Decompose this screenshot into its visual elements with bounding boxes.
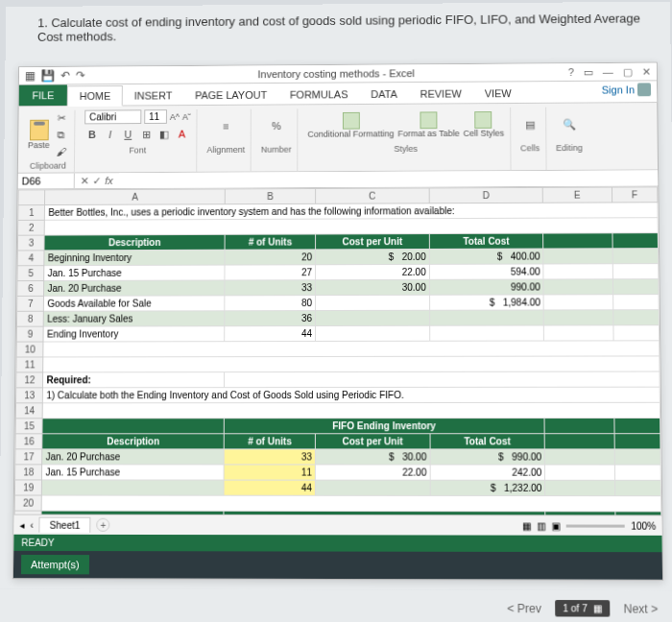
tab-insert[interactable]: INSERT bbox=[123, 86, 183, 106]
spreadsheet-grid[interactable]: ABCDEF 1Better Bottles, Inc., uses a per… bbox=[14, 186, 662, 514]
cell-units[interactable]: 33 bbox=[224, 449, 315, 465]
italic-button[interactable]: I bbox=[103, 127, 118, 142]
increase-font-icon[interactable]: A^ bbox=[170, 112, 180, 122]
cell-desc[interactable]: Jan. 20 Purchase bbox=[42, 449, 224, 465]
cell-total[interactable]: 242.00 bbox=[430, 465, 545, 480]
bold-button[interactable]: B bbox=[84, 127, 100, 142]
ribbon-options-icon[interactable]: ▭ bbox=[584, 66, 593, 79]
tab-file[interactable]: FILE bbox=[19, 84, 67, 106]
fill-color-icon[interactable]: ◧ bbox=[156, 127, 172, 142]
col-F[interactable]: F bbox=[612, 187, 658, 203]
next-button[interactable]: Next > bbox=[623, 602, 658, 615]
font-name-select[interactable]: Calibri bbox=[84, 109, 141, 124]
cell-total[interactable]: $ 1,232.00 bbox=[430, 480, 545, 495]
decrease-font-icon[interactable]: A˘ bbox=[182, 111, 191, 121]
align-icon[interactable]: ≡ bbox=[218, 119, 233, 134]
col-B[interactable]: B bbox=[225, 188, 315, 203]
prev-button[interactable]: < Prev bbox=[507, 601, 541, 614]
fifo-end-hdr[interactable]: FIFO Ending Inventory bbox=[225, 419, 545, 434]
tab-formulas[interactable]: FORMULAS bbox=[278, 84, 359, 104]
paste-button[interactable]: Paste bbox=[28, 120, 50, 150]
cell-desc[interactable]: Jan. 20 Purchase bbox=[44, 280, 225, 296]
underline-button[interactable]: U bbox=[120, 127, 135, 142]
cell-cpu[interactable]: $ 30.00 bbox=[316, 449, 430, 465]
cell-cpu[interactable]: 22.00 bbox=[316, 264, 430, 279]
help-icon[interactable]: ? bbox=[568, 66, 574, 78]
format-painter-icon[interactable]: 🖌 bbox=[53, 144, 68, 159]
new-sheet-button[interactable]: + bbox=[96, 518, 109, 532]
cell-desc[interactable]: Ending Inventory bbox=[43, 326, 225, 342]
hdr-units[interactable]: # of Units bbox=[225, 234, 315, 250]
enter-formula-icon[interactable]: ✓ bbox=[92, 175, 101, 187]
cell-total[interactable] bbox=[429, 310, 543, 325]
fx-icon[interactable]: fx bbox=[105, 175, 113, 186]
cell-units[interactable]: 36 bbox=[225, 311, 316, 326]
format-as-table-button[interactable]: Format as Table bbox=[397, 111, 459, 139]
cell-total[interactable]: $ 990.00 bbox=[430, 449, 545, 465]
col-D[interactable]: D bbox=[429, 187, 543, 203]
required-label[interactable]: Required: bbox=[43, 372, 225, 388]
redo-icon[interactable]: ↷ bbox=[76, 69, 85, 83]
tab-nav-first[interactable]: ◂ bbox=[19, 519, 24, 530]
undo-icon[interactable]: ↶ bbox=[60, 69, 70, 83]
name-box[interactable]: D66 bbox=[18, 173, 75, 188]
cell-cpu[interactable]: $ 20.00 bbox=[316, 249, 429, 264]
cell-cpu[interactable] bbox=[316, 480, 430, 495]
view-pagebreak-icon[interactable]: ▣ bbox=[552, 520, 561, 531]
cancel-formula-icon[interactable]: ✕ bbox=[81, 175, 89, 187]
cell-cpu[interactable]: 22.00 bbox=[316, 465, 430, 480]
cell-desc[interactable]: Jan. 15 Purchase bbox=[42, 465, 224, 480]
conditional-formatting-button[interactable]: Conditional Formatting bbox=[308, 111, 395, 139]
font-color-icon[interactable]: A bbox=[175, 127, 190, 142]
cell-total[interactable]: 990.00 bbox=[429, 279, 543, 295]
cell-cpu[interactable]: 30.00 bbox=[316, 279, 430, 295]
zoom-level[interactable]: 100% bbox=[631, 520, 656, 531]
cell-units[interactable]: 20 bbox=[225, 250, 315, 265]
tab-review[interactable]: REVIEW bbox=[409, 84, 473, 104]
close-icon[interactable]: ✕ bbox=[642, 65, 651, 78]
h2-units[interactable]: # of Units bbox=[224, 434, 315, 449]
cell-units[interactable]: 80 bbox=[225, 296, 316, 311]
cell-units[interactable]: 27 bbox=[225, 265, 316, 280]
zoom-slider[interactable] bbox=[566, 524, 625, 527]
cell-total[interactable] bbox=[429, 325, 543, 341]
required-1[interactable]: 1) Calculate both the Ending Inventory a… bbox=[43, 387, 660, 403]
tab-view[interactable]: VIEW bbox=[473, 84, 523, 103]
cell-desc[interactable]: Jan. 15 Purchase bbox=[44, 265, 225, 280]
percent-icon[interactable]: % bbox=[269, 118, 284, 133]
col-A[interactable]: A bbox=[45, 189, 226, 205]
cell-styles-button[interactable]: Cell Styles bbox=[463, 111, 504, 139]
cell-desc[interactable]: Goods Available for Sale bbox=[44, 296, 225, 311]
h2-cpu[interactable]: Cost per Unit bbox=[316, 434, 430, 449]
formula-input[interactable] bbox=[119, 170, 659, 188]
tab-home[interactable]: HOME bbox=[67, 85, 123, 107]
copy-icon[interactable]: ⧉ bbox=[54, 127, 69, 142]
hdr-desc[interactable]: Description bbox=[44, 234, 225, 251]
font-size-select[interactable]: 11 bbox=[144, 109, 167, 124]
col-C[interactable]: C bbox=[316, 188, 429, 203]
cell-units[interactable]: 44 bbox=[224, 480, 315, 495]
hdr-cpu[interactable]: Cost per Unit bbox=[316, 234, 429, 250]
quick-access-toolbar[interactable]: ▦ 💾 ↶ ↷ bbox=[25, 69, 85, 83]
cell-total[interactable]: $ 400.00 bbox=[429, 249, 543, 264]
border-icon[interactable]: ⊞ bbox=[138, 127, 154, 142]
view-normal-icon[interactable]: ▦ bbox=[522, 520, 531, 531]
maximize-icon[interactable]: ▢ bbox=[623, 65, 633, 78]
cell-cpu[interactable] bbox=[316, 310, 430, 325]
hdr-total[interactable]: Total Cost bbox=[429, 233, 543, 249]
col-E[interactable]: E bbox=[543, 187, 612, 203]
cell-cpu[interactable] bbox=[316, 325, 430, 341]
insert-cells-icon[interactable]: ▤ bbox=[522, 117, 538, 132]
tab-data[interactable]: DATA bbox=[359, 84, 408, 104]
cell-desc[interactable]: Beginning Inventory bbox=[44, 250, 225, 265]
h2-total[interactable]: Total Cost bbox=[430, 434, 545, 449]
cell-units[interactable]: 11 bbox=[224, 465, 315, 480]
view-layout-icon[interactable]: ▥ bbox=[538, 520, 546, 531]
save-icon[interactable]: 💾 bbox=[40, 69, 55, 83]
cell-units[interactable]: 33 bbox=[225, 280, 316, 296]
cell-total[interactable]: 594.00 bbox=[429, 264, 543, 279]
sheet-tab-1[interactable]: Sheet1 bbox=[39, 517, 91, 533]
find-icon[interactable]: 🔍 bbox=[562, 116, 577, 132]
minimize-icon[interactable]: — bbox=[603, 66, 613, 78]
cut-icon[interactable]: ✂ bbox=[54, 110, 69, 126]
